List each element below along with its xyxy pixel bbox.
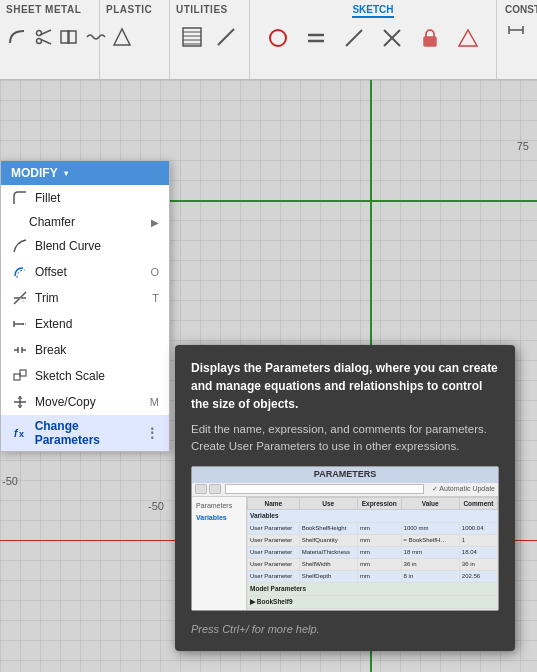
- break-item[interactable]: Break: [1, 337, 169, 363]
- svg-line-15: [346, 30, 362, 46]
- svg-point-12: [270, 30, 286, 46]
- svg-rect-6: [183, 28, 201, 46]
- modify-chevron: ▾: [64, 169, 68, 178]
- sketch-icons: [262, 22, 484, 54]
- col-use: Use: [299, 497, 357, 510]
- svg-rect-18: [424, 37, 436, 46]
- svg-line-27: [20, 298, 26, 304]
- sketch-scale-icon: [11, 367, 29, 385]
- union-icon[interactable]: [58, 21, 82, 53]
- plastic-icons: [106, 21, 163, 53]
- trim-item[interactable]: Trim T: [1, 285, 169, 311]
- svg-rect-35: [14, 374, 20, 380]
- dimension-75: 75: [517, 140, 529, 152]
- cross-icon[interactable]: [376, 22, 408, 54]
- sidebar-parameters: Parameters: [194, 500, 244, 513]
- offset-icon: [11, 263, 29, 281]
- fillet-label: Fillet: [35, 191, 60, 205]
- trim-icon: [11, 289, 29, 307]
- tooltip-footer: Press Ctrl+/ for more help.: [191, 621, 499, 638]
- lock-icon[interactable]: [414, 22, 446, 54]
- fillet-icon: [11, 189, 29, 207]
- constraint-icon-2[interactable]: [531, 19, 537, 41]
- svg-point-0: [37, 31, 42, 36]
- utilities-icons: [176, 21, 243, 53]
- more-options-icon[interactable]: ⋮: [145, 425, 159, 441]
- modify-dropdown: MODIFY ▾ Fillet Chamfer ▶ Blend Curve: [0, 160, 170, 452]
- extend-label: Extend: [35, 317, 72, 331]
- utilities-section: UTILITIES: [170, 0, 250, 79]
- svg-line-3: [41, 40, 51, 45]
- params-btn-1: [195, 484, 207, 494]
- extend-item[interactable]: Extend: [1, 311, 169, 337]
- svg-text:x: x: [19, 429, 24, 439]
- params-sidebar: Parameters Variables: [192, 497, 247, 610]
- chamfer-label: Chamfer: [29, 215, 75, 229]
- plastic-tool1[interactable]: [106, 21, 138, 53]
- change-parameters-item[interactable]: f x Change Parameters ⋮: [1, 415, 169, 451]
- dimension-50-right: -50: [148, 500, 164, 512]
- change-parameters-label: Change Parameters: [35, 419, 145, 447]
- triangle-icon[interactable]: [452, 22, 484, 54]
- move-copy-item[interactable]: Move/Copy M: [1, 389, 169, 415]
- constraint-icon-1[interactable]: [505, 19, 527, 41]
- circle-icon[interactable]: [262, 22, 294, 54]
- sheet-metal-section: SHEET METAL: [0, 0, 100, 79]
- plastic-section: PLASTIC: [100, 0, 170, 79]
- extend-icon: [11, 315, 29, 333]
- col-value: Value: [401, 497, 459, 510]
- arc-tool-icon[interactable]: [6, 21, 30, 53]
- line-icon[interactable]: [210, 21, 242, 53]
- break-label: Break: [35, 343, 66, 357]
- trim-label: Trim: [35, 291, 59, 305]
- utilities-label: UTILITIES: [176, 4, 228, 15]
- offset-item[interactable]: Offset O: [1, 259, 169, 285]
- offset-shortcut: O: [150, 266, 159, 278]
- sheet-metal-icons: [6, 21, 93, 53]
- chamfer-item[interactable]: Chamfer ▶: [1, 211, 169, 233]
- change-params-icon: f x: [11, 424, 29, 442]
- tooltip-box: Displays the Parameters dialog, where yo…: [175, 345, 515, 651]
- modify-label: MODIFY: [11, 166, 58, 180]
- svg-rect-36: [20, 370, 26, 376]
- svg-point-1: [37, 39, 42, 44]
- scissors-icon[interactable]: [32, 21, 56, 53]
- col-name: Name: [248, 497, 300, 510]
- constraints-icons: [505, 19, 537, 41]
- equals-icon[interactable]: [300, 22, 332, 54]
- chamfer-submenu-arrow: ▶: [151, 217, 159, 228]
- offset-label: Offset: [35, 265, 67, 279]
- tooltip-title: Displays the Parameters dialog, where yo…: [191, 359, 499, 413]
- dimension-50-bottom: -50: [2, 475, 18, 487]
- sidebar-variables: Variables: [194, 512, 244, 525]
- hatch-icon[interactable]: [176, 21, 208, 53]
- params-toolbar: ✓ Automatic Update: [192, 483, 498, 497]
- group-variables: Variables: [248, 510, 498, 523]
- group-model: Model Parameters: [248, 583, 498, 596]
- diagonal-slash-icon[interactable]: [338, 22, 370, 54]
- constraints-section: CONSTRAINTS ▾: [497, 0, 537, 79]
- constraints-label[interactable]: CONSTRAINTS ▾: [505, 4, 537, 15]
- params-search: [225, 484, 424, 494]
- green-horizontal-line: [160, 200, 537, 202]
- break-icon: [11, 341, 29, 359]
- svg-line-11: [218, 29, 234, 45]
- sketch-scale-item[interactable]: Sketch Scale: [1, 363, 169, 389]
- col-comment: Comment: [459, 497, 497, 510]
- move-copy-shortcut: M: [150, 396, 159, 408]
- blend-curve-item[interactable]: Blend Curve: [1, 233, 169, 259]
- tooltip-description: Edit the name, expression, and comments …: [191, 421, 499, 456]
- modify-header[interactable]: MODIFY ▾: [1, 161, 169, 185]
- canvas-area: 75 -50 -50 MODIFY ▾ Fillet Chamfer ▶ Ble…: [0, 80, 537, 672]
- col-expression: Expression: [357, 497, 401, 510]
- fillet-item[interactable]: Fillet: [1, 185, 169, 211]
- r1-name: User Parameter: [248, 523, 300, 535]
- params-titlebar: PARAMETERS: [192, 467, 498, 483]
- main-toolbar: SHEET METAL: [0, 0, 537, 80]
- move-copy-icon: [11, 393, 29, 411]
- group-bookshelf: ▶ BookShelf9: [248, 595, 498, 608]
- sketch-label: SKETCH: [352, 4, 393, 18]
- trim-shortcut: T: [152, 292, 159, 304]
- plastic-label: PLASTIC: [106, 4, 152, 15]
- blend-curve-label: Blend Curve: [35, 239, 101, 253]
